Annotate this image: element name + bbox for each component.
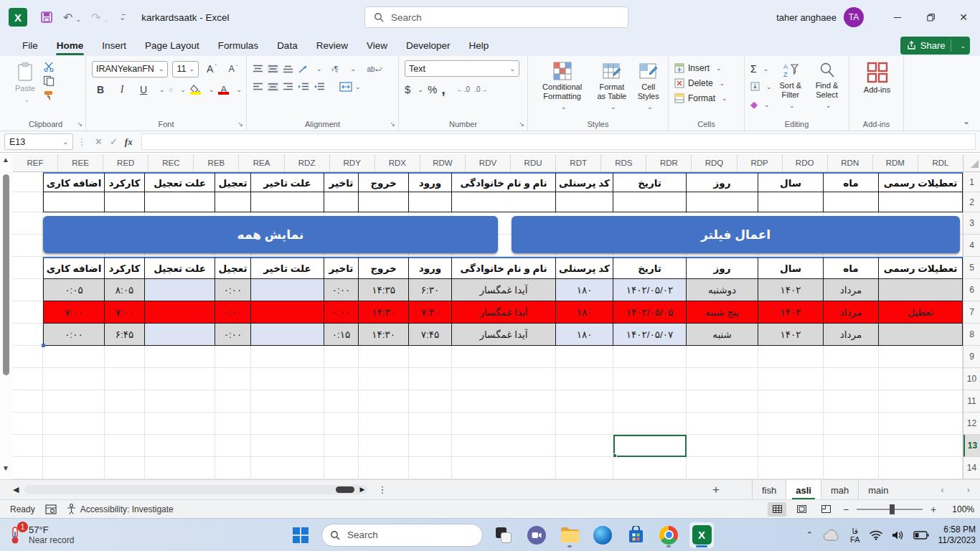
cell-personnel-code[interactable]: ۱۸۰ xyxy=(556,301,613,324)
currency-dropdown[interactable]: ⌄ xyxy=(418,86,423,93)
file-explorer-button[interactable] xyxy=(557,522,582,548)
cell[interactable] xyxy=(687,390,758,413)
cell[interactable] xyxy=(824,435,879,457)
cell[interactable] xyxy=(613,390,687,413)
align-top-icon[interactable] xyxy=(253,65,263,73)
cell-exit[interactable]: ۱۴:۳۵ xyxy=(359,279,409,301)
header-entry[interactable]: ورود xyxy=(409,172,452,192)
sheet-nav-prev-icon[interactable]: ‹ xyxy=(941,484,943,495)
cell-day[interactable]: پنج شنبه xyxy=(687,301,758,324)
cell[interactable] xyxy=(452,368,556,390)
formula-input[interactable] xyxy=(141,133,976,150)
cell[interactable] xyxy=(824,457,879,479)
column-header-RDL[interactable]: RDL xyxy=(918,154,963,171)
cell[interactable] xyxy=(824,192,879,212)
cell[interactable] xyxy=(879,368,963,390)
cell[interactable] xyxy=(43,457,105,479)
cell[interactable] xyxy=(105,192,145,212)
cell[interactable] xyxy=(13,435,43,457)
start-button[interactable] xyxy=(288,522,313,548)
cell-month[interactable]: مرداد xyxy=(824,324,879,346)
cell[interactable] xyxy=(687,192,758,212)
cancel-entry-icon[interactable]: ✕ xyxy=(95,136,103,147)
cell[interactable] xyxy=(13,457,43,479)
header-delay[interactable]: تاخیر xyxy=(324,257,359,279)
cell[interactable] xyxy=(409,435,452,457)
hscroll-right-icon[interactable]: ▶ xyxy=(360,486,365,493)
column-header-REE[interactable]: REE xyxy=(58,154,103,171)
underline-button[interactable]: U xyxy=(135,81,152,98)
cell[interactable] xyxy=(324,435,359,457)
cell[interactable] xyxy=(145,192,215,212)
header-official-holidays[interactable]: تعطیلات رسمی xyxy=(879,172,963,192)
cell-early-leave-reason[interactable] xyxy=(145,279,215,301)
name-box-splitter[interactable]: ⋮ xyxy=(77,137,86,147)
font-dialog-launcher[interactable]: ↘ xyxy=(237,121,243,128)
cell[interactable] xyxy=(359,346,409,368)
cell-early-leave[interactable]: ۰:۰۰ xyxy=(215,301,251,324)
cell[interactable] xyxy=(758,192,824,212)
cell-entry[interactable]: ۷:۳۰ xyxy=(409,301,452,324)
header-fullname[interactable]: نام و نام خانوادگی xyxy=(452,172,556,192)
tab-insert[interactable]: Insert xyxy=(93,37,136,56)
volume-icon[interactable] xyxy=(892,530,904,540)
row-header-13[interactable]: 13 xyxy=(963,435,980,457)
cell[interactable] xyxy=(409,413,452,435)
cell[interactable] xyxy=(251,413,324,435)
header-delay[interactable]: تاخیر xyxy=(324,172,359,192)
fill-color-button[interactable] xyxy=(190,85,202,95)
onedrive-icon[interactable] xyxy=(822,529,841,541)
cell[interactable] xyxy=(251,192,324,212)
cell[interactable] xyxy=(251,390,324,413)
taskbar-search[interactable]: Search xyxy=(321,524,483,547)
cell[interactable] xyxy=(613,368,687,390)
cell[interactable] xyxy=(409,346,452,368)
currency-format-icon[interactable]: $ xyxy=(405,83,410,95)
cell[interactable] xyxy=(359,390,409,413)
cell[interactable] xyxy=(409,390,452,413)
cell[interactable] xyxy=(879,346,963,368)
cell[interactable] xyxy=(105,413,145,435)
fill-button[interactable]: ⌄ xyxy=(750,79,772,94)
selected-cell[interactable] xyxy=(613,435,687,457)
header-official-holidays[interactable]: تعطیلات رسمی xyxy=(879,257,963,279)
cell[interactable] xyxy=(758,457,824,479)
column-header-RDZ[interactable]: RDZ xyxy=(285,154,330,171)
cell-early-leave-reason[interactable] xyxy=(145,324,215,346)
header-early-leave-reason[interactable]: علت تعجیل xyxy=(145,257,215,279)
cell-delay[interactable]: ۰:۰۰ xyxy=(324,301,359,324)
cell-fullname[interactable]: آیدا غمگسار xyxy=(452,279,556,301)
header-fullname[interactable]: نام و نام خانوادگی xyxy=(452,257,556,279)
cell-fullname[interactable]: آیدا غمگسار xyxy=(452,324,556,346)
column-header-REA[interactable]: REA xyxy=(239,154,284,171)
decrease-decimal-icon[interactable]: .0→ xyxy=(474,85,487,93)
cell[interactable] xyxy=(251,435,324,457)
cell-date[interactable]: ۱۴۰۲/۰۵/۰۲ xyxy=(613,279,687,301)
chrome-button[interactable] xyxy=(656,522,681,548)
header-exit[interactable]: خروج xyxy=(359,172,409,192)
cell[interactable] xyxy=(145,435,215,457)
column-header-RDW[interactable]: RDW xyxy=(420,154,466,171)
cell[interactable] xyxy=(251,457,324,479)
scroll-up-icon[interactable]: ▲ xyxy=(2,156,9,164)
cell[interactable] xyxy=(359,368,409,390)
search-box[interactable]: Search xyxy=(364,6,628,28)
edge-button[interactable] xyxy=(590,522,615,548)
cell[interactable] xyxy=(758,413,824,435)
cell[interactable] xyxy=(43,346,105,368)
clipboard-dialog-launcher[interactable]: ↘ xyxy=(77,121,83,128)
cell-overtime[interactable]: ۰:۰۵ xyxy=(43,279,105,301)
text-direction-icon[interactable]: ›¶ xyxy=(326,60,344,77)
cell[interactable] xyxy=(687,368,758,390)
comma-format-icon[interactable]: , xyxy=(441,81,446,98)
borders-icon[interactable] xyxy=(169,84,174,96)
maximize-button[interactable] xyxy=(914,0,947,34)
header-personnel-code[interactable]: کد پرسنلی xyxy=(556,172,613,192)
cell[interactable] xyxy=(879,390,963,413)
cell[interactable] xyxy=(359,413,409,435)
zoom-in-icon[interactable]: + xyxy=(928,504,938,515)
sheet-tab-main[interactable]: main xyxy=(859,480,897,500)
sheet-tab-asli[interactable]: asli xyxy=(786,480,821,500)
header-year[interactable]: سال xyxy=(758,172,824,192)
cell-day[interactable]: دوشنبه xyxy=(687,279,758,301)
